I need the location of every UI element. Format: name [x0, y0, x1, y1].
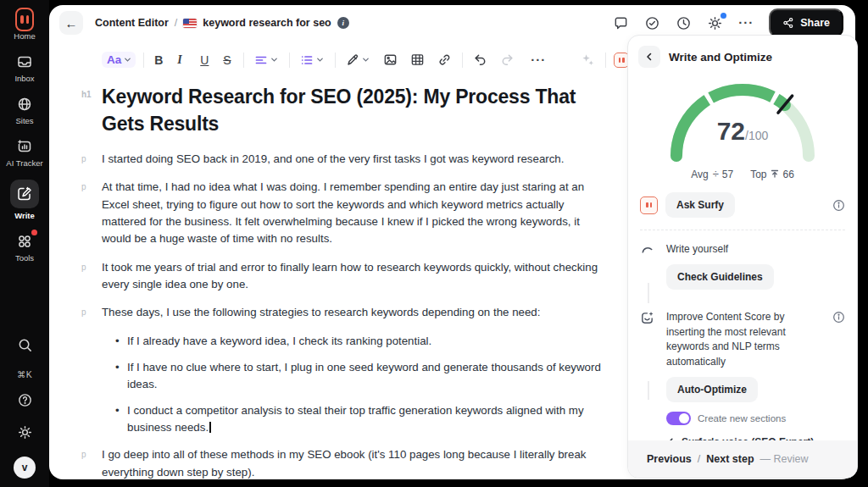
list-item-text: If I have no clue where to start, I plug… — [127, 361, 601, 390]
check-guidelines-button[interactable]: Check Guidelines — [666, 264, 774, 290]
step-text: Write yourself — [666, 242, 845, 257]
text-style-dropdown[interactable]: Aa — [102, 52, 136, 68]
list-item[interactable]: I conduct a competitor analysis to steal… — [102, 402, 604, 436]
history-clock-icon[interactable] — [676, 15, 692, 31]
paragraph[interactable]: p I started doing SEO back in 2019, and … — [102, 151, 604, 168]
insert-image-button[interactable] — [381, 51, 400, 69]
insert-table-button[interactable] — [408, 51, 427, 69]
toolbar-divider — [143, 53, 144, 68]
list-item[interactable]: If I have no clue where to start, I plug… — [102, 359, 604, 393]
document-body[interactable]: h1 Keyword Research for SEO (2025): My P… — [49, 77, 609, 479]
paragraph-text: It took me years of trial and error to f… — [102, 261, 598, 291]
share-nodes-icon — [782, 17, 794, 29]
avg-benchmark: Avg÷57 — [691, 168, 733, 180]
breadcrumb-separator: / — [175, 17, 177, 29]
paragraph[interactable]: p These days, I use the following strate… — [102, 304, 604, 321]
toolbar-divider — [462, 53, 463, 68]
notification-dot — [31, 230, 37, 235]
bullet-list[interactable]: If I already have a keyword idea, I chec… — [102, 333, 604, 436]
create-sections-toggle[interactable] — [666, 412, 691, 425]
paragraph-text: These days, I use the following strategi… — [102, 306, 540, 318]
content-score-value: 72 — [717, 117, 745, 145]
next-step-button[interactable]: Next step — [706, 453, 754, 465]
sidebar-item-write[interactable]: Write — [10, 180, 39, 221]
redo-button[interactable] — [498, 51, 517, 69]
score-benchmarks: Avg÷57 Top66 — [628, 168, 857, 180]
block-type-marker: p — [81, 180, 86, 193]
paragraph-text: I started doing SEO back in 2019, and on… — [102, 152, 564, 165]
paragraph[interactable]: p I go deep into all of these methods in… — [102, 446, 604, 479]
tasks-check-icon[interactable] — [644, 15, 660, 31]
previous-step-button[interactable]: Previous — [647, 453, 692, 465]
comments-icon[interactable] — [613, 15, 629, 31]
italic-button[interactable]: I — [175, 52, 190, 69]
bold-button[interactable]: B — [152, 52, 167, 69]
surfer-logo-icon — [15, 10, 34, 29]
command-k-shortcut[interactable]: ⌘K — [17, 369, 32, 379]
paragraph[interactable]: p At that time, I had no idea what I was… — [102, 179, 604, 247]
settings-gear-icon[interactable] — [17, 424, 33, 444]
list-item[interactable]: If I already have a keyword idea, I chec… — [102, 333, 604, 350]
document-heading[interactable]: h1 Keyword Research for SEO (2025): My P… — [102, 84, 598, 137]
top-value: 66 — [782, 169, 793, 180]
write-icon — [10, 180, 39, 208]
insert-link-button[interactable] — [435, 51, 454, 69]
list-dropdown[interactable] — [298, 52, 327, 69]
document-info-icon[interactable]: i — [337, 17, 349, 29]
align-left-icon — [254, 53, 268, 67]
toolbar-divider — [605, 53, 606, 68]
editor-settings-icon[interactable] — [707, 15, 723, 31]
sidebar-item-tools[interactable]: Tools — [15, 232, 34, 263]
sidebar-item-label: AI Tracker — [6, 159, 43, 169]
sidebar-item-inbox[interactable]: Inbox — [14, 53, 34, 84]
text-style-label: Aa — [107, 53, 121, 66]
breadcrumb: Content Editor / keyword research for se… — [95, 17, 349, 29]
sidebar-item-ai-tracker[interactable]: AI Tracker — [6, 137, 43, 169]
breadcrumb-section[interactable]: Content Editor — [95, 17, 169, 29]
more-options-icon[interactable]: ··· — [738, 19, 754, 27]
strikethrough-button[interactable]: S — [220, 52, 236, 69]
info-icon[interactable] — [832, 199, 845, 212]
share-button[interactable]: Share — [769, 8, 843, 37]
ask-surfy-panel-button[interactable]: Ask Surfy — [665, 192, 735, 218]
undo-icon — [473, 53, 487, 67]
ai-sparkles-button[interactable] — [578, 51, 598, 69]
document-title-breadcrumb[interactable]: keyword research for seo — [203, 17, 331, 29]
list-item-text: If I already have a keyword idea, I chec… — [127, 335, 431, 347]
alignment-dropdown[interactable] — [252, 52, 281, 69]
avg-value: 57 — [722, 169, 733, 180]
panel-title: Write and Optimize — [669, 51, 772, 64]
link-icon — [437, 53, 452, 67]
image-icon — [383, 53, 398, 67]
block-type-marker: p — [81, 152, 86, 165]
undo-button[interactable] — [470, 51, 490, 69]
chevron-down-icon — [123, 55, 132, 64]
panel-collapse-button[interactable] — [638, 46, 660, 68]
sidebar-item-sites[interactable]: Sites — [15, 95, 34, 126]
search-icon[interactable] — [17, 337, 33, 357]
toolbar-more-icon[interactable]: ··· — [528, 54, 548, 66]
underline-button[interactable]: U — [198, 52, 213, 69]
block-type-marker: p — [81, 448, 86, 461]
auto-optimize-button[interactable]: Auto-Optimize — [666, 377, 758, 402]
ink-pen-dropdown[interactable] — [343, 52, 373, 69]
sidebar-item-label: Inbox — [14, 75, 34, 84]
content-score-max: /100 — [745, 129, 768, 142]
sidebar-item-label: Home — [14, 32, 35, 42]
back-button[interactable]: ← — [59, 11, 83, 35]
info-icon[interactable] — [832, 310, 845, 448]
block-type-marker: h1 — [81, 89, 91, 101]
help-icon[interactable] — [17, 392, 33, 412]
sidebar-item-home[interactable]: Home — [14, 10, 35, 42]
avg-icon: ÷ — [713, 168, 719, 180]
top-benchmark: Top66 — [750, 168, 794, 180]
inbox-icon — [15, 53, 34, 71]
paragraph[interactable]: p It took me years of trial and error to… — [102, 259, 604, 294]
us-flag-icon — [183, 19, 197, 28]
share-label: Share — [800, 17, 830, 29]
chevron-left-icon — [644, 52, 654, 62]
user-avatar[interactable]: v — [14, 457, 36, 479]
heading-text: Keyword Research for SEO (2025): My Proc… — [102, 86, 576, 135]
redo-icon — [500, 53, 515, 67]
step-connector — [648, 283, 649, 303]
